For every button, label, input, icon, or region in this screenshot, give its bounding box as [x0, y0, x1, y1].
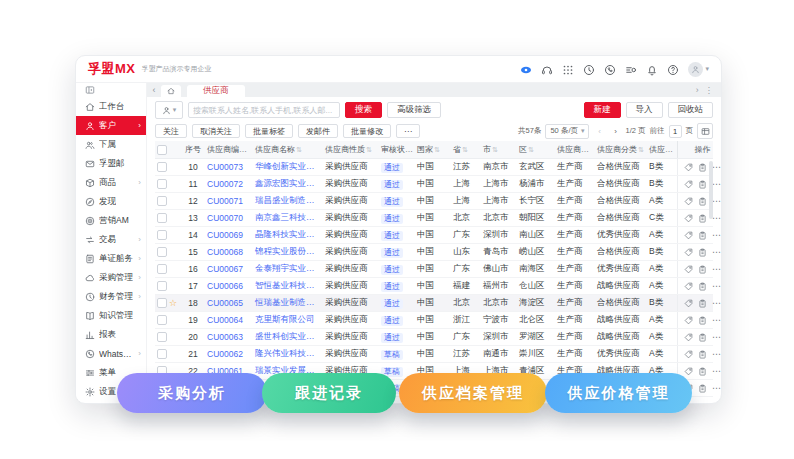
tag-action-button[interactable]: [684, 213, 693, 223]
sort-icon[interactable]: ⇅: [434, 146, 440, 153]
sort-icon[interactable]: ⇅: [492, 146, 498, 153]
tab-back-button[interactable]: ‹: [147, 83, 161, 97]
column-header[interactable]: 市⇅: [481, 144, 517, 155]
sidebar-item-0[interactable]: 工作台: [76, 97, 146, 116]
more-actions-button[interactable]: ⋯: [712, 265, 721, 274]
cell-name[interactable]: 金泰翔宇实业集团: [253, 263, 323, 275]
topbar-history-button[interactable]: [583, 60, 595, 78]
user-avatar[interactable]: ▾: [688, 62, 709, 77]
toolbar-button-4[interactable]: 批量修改: [343, 124, 391, 138]
table-row[interactable]: 10CU00073华峰创新实业有限...采购供应商通过中国江苏南京市玄武区生产商…: [155, 159, 713, 176]
column-header[interactable]: 供应商编号⇅: [205, 144, 253, 155]
detail-action-button[interactable]: [698, 264, 707, 274]
topbar-flow-button[interactable]: [625, 60, 637, 78]
tag-action-button[interactable]: [684, 315, 693, 325]
cell-name[interactable]: 隆兴伟业科技实业: [253, 348, 323, 360]
table-row[interactable]: 20CU00063盛世科创实业公司采购供应商通过中国广东深圳市罗湖区生产商战略供…: [155, 329, 713, 346]
create-button[interactable]: 新建: [584, 102, 621, 118]
cell-name[interactable]: 智恒基业科技实业: [253, 280, 323, 292]
column-header[interactable]: 国家⇅: [415, 144, 451, 155]
cell-code[interactable]: CU00069: [205, 230, 253, 240]
cell-code[interactable]: CU00070: [205, 213, 253, 223]
more-actions-button[interactable]: ⋯: [712, 248, 721, 257]
cell-name[interactable]: 鑫源宏图实业集团: [253, 178, 323, 190]
tag-action-button[interactable]: [684, 332, 693, 342]
tag-action-button[interactable]: [684, 366, 693, 376]
detail-action-button[interactable]: [698, 383, 707, 393]
more-actions-button[interactable]: ⋯: [712, 316, 721, 325]
sidebar-item-11[interactable]: 知识管理: [76, 306, 146, 325]
tag-action-button[interactable]: [684, 298, 693, 308]
cell-code[interactable]: CU00062: [205, 349, 253, 359]
detail-action-button[interactable]: [698, 230, 707, 240]
star-icon[interactable]: ☆: [169, 299, 177, 308]
tag-action-button[interactable]: [684, 247, 693, 257]
detail-action-button[interactable]: [698, 366, 707, 376]
more-actions-button[interactable]: ⋯: [712, 282, 721, 291]
sidebar-item-7[interactable]: 交易›: [76, 230, 146, 249]
detail-action-button[interactable]: [698, 298, 707, 308]
column-header[interactable]: 供应商性质⇅: [323, 144, 379, 155]
column-header[interactable]: 区⇅: [517, 144, 555, 155]
topbar-whatsapp-button[interactable]: [604, 60, 616, 78]
more-actions-button[interactable]: ⋯: [712, 231, 721, 240]
recycle-bin-button[interactable]: 回收站: [668, 102, 714, 118]
topbar-grid-button[interactable]: [562, 60, 574, 78]
row-checkbox[interactable]: [157, 247, 167, 257]
more-actions-button[interactable]: ⋯: [712, 180, 721, 189]
tab-supplier[interactable]: 供应商: [187, 85, 245, 97]
toolbar-button-1[interactable]: 取消关注: [192, 124, 240, 138]
more-actions-button[interactable]: ⋯: [712, 197, 721, 206]
topbar-headset-button[interactable]: [541, 60, 553, 78]
feature-badge-1[interactable]: 跟进记录: [262, 373, 396, 413]
sidebar-item-12[interactable]: 报表: [76, 325, 146, 344]
prev-page-button[interactable]: ‹: [593, 125, 605, 138]
column-header[interactable]: 操作: [677, 141, 722, 158]
cell-code[interactable]: CU00071: [205, 196, 253, 206]
sidebar-item-8[interactable]: 单证船务›: [76, 249, 146, 268]
toolbar-button-2[interactable]: 批量标签: [245, 124, 293, 138]
cell-code[interactable]: CU00073: [205, 162, 253, 172]
column-settings-button[interactable]: [697, 123, 713, 139]
more-actions-button[interactable]: ⋯: [712, 214, 721, 223]
toolbar-button-0[interactable]: 关注: [155, 124, 187, 138]
table-row[interactable]: 21CU00062隆兴伟业科技实业采购供应商草稿中国江苏南通市崇川区生产商优秀供…: [155, 346, 713, 363]
column-header[interactable]: 供应商等级: [647, 144, 677, 155]
tag-action-button[interactable]: [684, 264, 693, 274]
cell-name[interactable]: 南京鑫三科技有限...: [253, 212, 323, 224]
topbar-bell-button[interactable]: [646, 60, 658, 78]
table-row[interactable]: 15CU00068锦程实业股份公司采购供应商通过中国山东青岛市崂山区生产商合格供…: [155, 244, 713, 261]
sort-icon[interactable]: ⇅: [462, 146, 468, 153]
cell-name[interactable]: 晶隆科技实业发展...: [253, 229, 323, 241]
vertical-scrollbar[interactable]: [709, 161, 713, 219]
cell-code[interactable]: CU00064: [205, 315, 253, 325]
import-button[interactable]: 导入: [626, 102, 663, 118]
sort-icon[interactable]: ⇅: [528, 146, 534, 153]
table-row[interactable]: 19CU00064克里斯有限公司采购供应商通过中国浙江宁波市北仑区生产商战略供应…: [155, 312, 713, 329]
column-header[interactable]: 供应商名称⇅: [253, 144, 323, 155]
table-row[interactable]: 12CU00071瑞昌盛业制造公司采购供应商通过中国上海上海市长宁区生产商合格供…: [155, 193, 713, 210]
sidebar-item-3[interactable]: 孚盟邮: [76, 154, 146, 173]
search-input[interactable]: [188, 102, 340, 118]
sidebar-item-6[interactable]: 营销AM: [76, 211, 146, 230]
detail-action-button[interactable]: [698, 349, 707, 359]
row-checkbox[interactable]: [157, 179, 167, 189]
page-size-select[interactable]: 50 条/页▾: [545, 124, 589, 139]
sort-icon[interactable]: ⇅: [638, 146, 644, 153]
column-header[interactable]: 审核状态⇅: [379, 144, 415, 155]
table-row[interactable]: 17CU00066智恒基业科技实业采购供应商通过中国福建福州市仓山区生产商战略供…: [155, 278, 713, 295]
column-header[interactable]: 省⇅: [451, 144, 481, 155]
detail-action-button[interactable]: [698, 196, 707, 206]
cell-name[interactable]: 瑞昌盛业制造公司: [253, 195, 323, 207]
table-row[interactable]: 16CU00067金泰翔宇实业集团采购供应商通过中国广东佛山市南海区生产商优秀供…: [155, 261, 713, 278]
sidebar-item-4[interactable]: 商品›: [76, 173, 146, 192]
more-actions-button[interactable]: ⋯: [712, 384, 721, 393]
row-checkbox[interactable]: [157, 213, 167, 223]
detail-action-button[interactable]: [698, 247, 707, 257]
column-header[interactable]: 序号: [181, 144, 205, 155]
feature-badge-2[interactable]: 供应档案管理: [399, 373, 547, 413]
cell-code[interactable]: CU00066: [205, 281, 253, 291]
table-row[interactable]: 14CU00069晶隆科技实业发展...采购供应商通过中国广东深圳市南山区生产商…: [155, 227, 713, 244]
row-checkbox[interactable]: [157, 196, 167, 206]
cell-code[interactable]: CU00068: [205, 247, 253, 257]
